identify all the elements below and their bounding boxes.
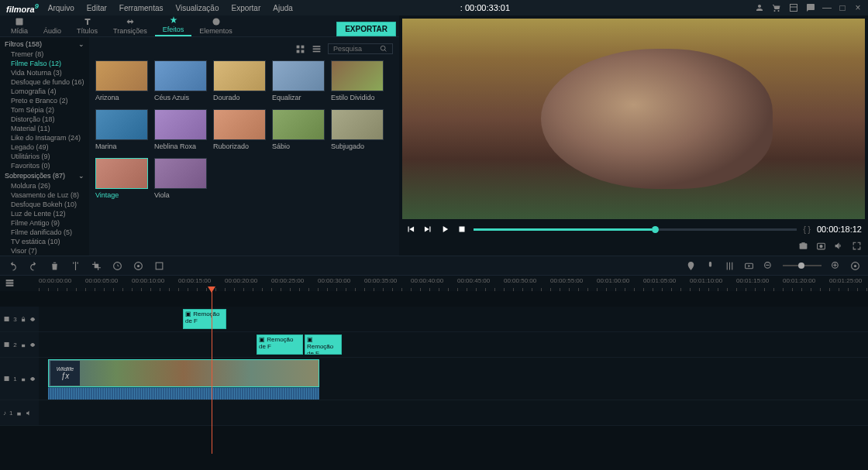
- filter-utilitarios[interactable]: Utilitários (9): [0, 152, 89, 161]
- menu-arquivo[interactable]: Arquivo: [48, 4, 74, 12]
- tab-elementos[interactable]: Elementos: [191, 15, 240, 36]
- export-button[interactable]: EXPORTAR: [336, 22, 396, 36]
- filter-filme-danificado[interactable]: Filme danificado (5): [0, 228, 89, 237]
- menu-visualizacao[interactable]: Visualização: [176, 4, 219, 12]
- menu-ferramentas[interactable]: Ferramentas: [119, 4, 164, 12]
- speed-icon[interactable]: [112, 261, 122, 271]
- effect-thumb-marina[interactable]: Marina: [95, 109, 148, 150]
- zoom-out-icon[interactable]: [763, 261, 773, 271]
- tab-efeitos[interactable]: Efeitos: [155, 14, 192, 36]
- filter-group-filtros[interactable]: Filtros (158)⌄: [0, 39, 89, 50]
- filter-desfoque[interactable]: Desfoque de fundo (16): [0, 77, 89, 87]
- search-box[interactable]: [328, 43, 393, 54]
- stop-icon[interactable]: [456, 224, 467, 235]
- prev-frame-icon[interactable]: [405, 224, 416, 235]
- eye-icon[interactable]: [29, 316, 36, 323]
- timeline-ruler[interactable]: 00:00:00:0000:00:05:0000:00:10:0000:00:1…: [0, 276, 868, 291]
- maximize-button[interactable]: □: [839, 4, 846, 12]
- filter-favoritos[interactable]: Favoritos (0): [0, 161, 89, 170]
- fullscreen-icon[interactable]: [852, 241, 862, 251]
- zoom-slider[interactable]: [783, 265, 822, 266]
- manage-tracks-icon[interactable]: [5, 278, 15, 288]
- filter-vasamento-luz[interactable]: Vasamento de Luz (8): [0, 190, 89, 200]
- tab-audio[interactable]: Áudio: [36, 15, 69, 36]
- speaker-icon[interactable]: [26, 410, 33, 417]
- filter-preto-branco[interactable]: Preto e Branco (2): [0, 96, 89, 105]
- eye-icon[interactable]: [29, 376, 36, 383]
- color-icon[interactable]: [133, 261, 143, 271]
- tab-midia[interactable]: Mídia: [3, 15, 36, 36]
- next-frame-icon[interactable]: [422, 224, 433, 235]
- effect-thumb-céus-azuis[interactable]: Céus Azuis: [154, 60, 207, 101]
- effect-thumb-dourado[interactable]: Dourado: [213, 60, 266, 101]
- filter-desfoque-bokeh[interactable]: Desfoque Bokeh (10): [0, 200, 89, 209]
- filter-instagram[interactable]: Like do Instagram (24): [0, 133, 89, 142]
- snapshot-icon[interactable]: [798, 241, 808, 251]
- clip-effect-1[interactable]: ▣ Remoção de F: [183, 309, 226, 329]
- volume-icon[interactable]: [834, 241, 844, 251]
- mixer-icon[interactable]: [725, 261, 735, 271]
- filter-group-sobreposicoes[interactable]: Sobreposições (87)⌄: [0, 170, 89, 181]
- filter-vida-noturna[interactable]: Vida Noturna (3): [0, 68, 89, 77]
- layout-icon[interactable]: [789, 3, 798, 12]
- cart-icon[interactable]: [772, 3, 781, 12]
- tab-titulos[interactable]: Títulos: [69, 15, 105, 36]
- redo-icon[interactable]: [29, 261, 39, 271]
- filter-tv-estatica[interactable]: TV estática (10): [0, 237, 89, 246]
- minimize-button[interactable]: —: [823, 4, 831, 12]
- filter-legado[interactable]: Legado (49): [0, 142, 89, 152]
- camera-icon[interactable]: [816, 241, 826, 251]
- detach-audio-icon[interactable]: [175, 261, 185, 271]
- playhead[interactable]: [212, 291, 212, 454]
- close-button[interactable]: ×: [854, 4, 862, 12]
- undo-icon[interactable]: [8, 261, 18, 271]
- lock-icon[interactable]: [16, 410, 22, 417]
- zoom-fit-icon[interactable]: [850, 261, 860, 271]
- delete-icon[interactable]: [50, 261, 60, 271]
- filter-filme-antigo[interactable]: Filme Antigo (9): [0, 218, 89, 228]
- preview-progress[interactable]: [474, 228, 797, 231]
- grid-view-icon[interactable]: [295, 44, 305, 54]
- message-icon[interactable]: [806, 3, 815, 12]
- marker-icon[interactable]: [686, 261, 696, 271]
- menu-editar[interactable]: Editar: [87, 4, 107, 12]
- tab-transicoes[interactable]: Transições: [105, 15, 155, 36]
- search-input[interactable]: [333, 45, 380, 53]
- filter-visor[interactable]: Visor (7): [0, 246, 89, 256]
- video-clip[interactable]: Wildlife ƒx: [48, 359, 319, 387]
- user-icon[interactable]: [755, 3, 764, 12]
- eye-icon[interactable]: [29, 341, 36, 348]
- filter-distorcao[interactable]: Distorção (18): [0, 115, 89, 124]
- green-screen-icon[interactable]: [154, 261, 164, 271]
- effect-thumb-equalizar[interactable]: Equalizar: [272, 60, 325, 101]
- effect-thumb-subjugado[interactable]: Subjugado: [331, 109, 384, 150]
- effect-thumb-estilo-dividido[interactable]: Estilo Dividido: [331, 60, 384, 101]
- lock-icon[interactable]: [20, 316, 26, 323]
- effect-thumb-vintage[interactable]: Vintage: [95, 158, 148, 199]
- filter-filme-falso[interactable]: Filme Falso (12): [0, 59, 89, 68]
- split-icon[interactable]: [71, 261, 81, 271]
- menu-exportar[interactable]: Exportar: [231, 4, 260, 12]
- effect-thumb-viola[interactable]: Viola: [154, 158, 207, 199]
- lock-icon[interactable]: [20, 341, 26, 348]
- crop-icon[interactable]: [91, 261, 102, 271]
- clip-effect-2[interactable]: ▣ Remoção de F: [257, 334, 303, 355]
- filter-luz-lente[interactable]: Luz de Lente (12): [0, 209, 89, 218]
- render-icon[interactable]: [744, 261, 754, 271]
- filter-tremer[interactable]: Tremer (8): [0, 50, 89, 59]
- list-view-icon[interactable]: [312, 44, 322, 54]
- clip-effect-3[interactable]: ▣ Remoção de F: [305, 334, 342, 355]
- mic-icon[interactable]: [705, 261, 715, 271]
- zoom-in-icon[interactable]: [831, 261, 841, 271]
- lock-icon[interactable]: [20, 376, 26, 383]
- filter-moldura[interactable]: Moldura (26): [0, 181, 89, 190]
- effect-thumb-sábio[interactable]: Sábio: [272, 109, 325, 150]
- menu-ajuda[interactable]: Ajuda: [273, 4, 293, 12]
- play-icon[interactable]: [439, 224, 450, 235]
- effect-thumb-arizona[interactable]: Arizona: [95, 60, 148, 101]
- audio-waveform[interactable]: [48, 387, 319, 400]
- effect-thumb-ruborizado[interactable]: Ruborizado: [213, 109, 266, 150]
- filter-lomografia[interactable]: Lomografia (4): [0, 87, 89, 96]
- effect-thumb-neblina-roxa[interactable]: Neblina Roxa: [154, 109, 207, 150]
- filter-tom-sepia[interactable]: Tom Sépia (2): [0, 105, 89, 115]
